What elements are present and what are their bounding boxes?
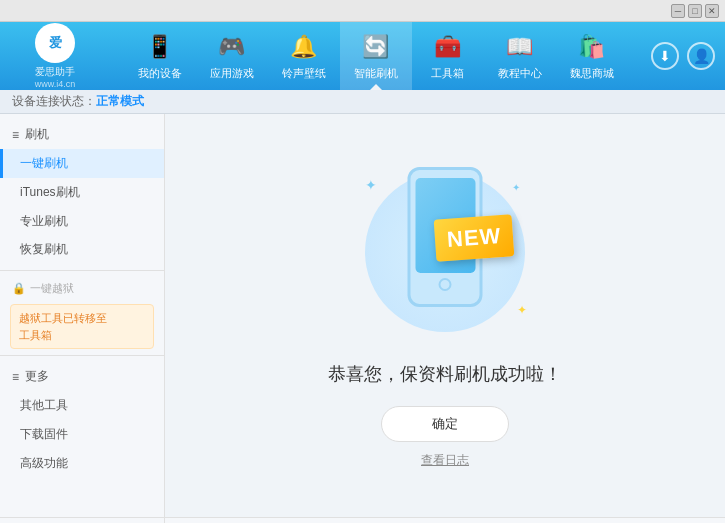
more-section-icon: ≡ xyxy=(12,370,19,384)
ringtones-icon: 🔔 xyxy=(289,32,319,62)
nav-items: 📱 我的设备 🎮 应用游戏 🔔 铃声壁纸 🔄 智能刷机 🧰 工具箱 📖 教程中心… xyxy=(100,22,651,90)
window-controls[interactable]: ─ □ ✕ xyxy=(671,4,719,18)
title-bar: ─ □ ✕ xyxy=(0,0,725,22)
sparkle-1: ✦ xyxy=(365,177,377,193)
device-status-bar: 设备连接状态： 正常模式 xyxy=(0,90,725,114)
tutorials-icon: 📖 xyxy=(505,32,535,62)
weisi-mall-icon: 🛍️ xyxy=(577,32,607,62)
apps-games-icon: 🎮 xyxy=(217,32,247,62)
toolbox-icon: 🧰 xyxy=(433,32,463,62)
nav-right-buttons: ⬇ 👤 xyxy=(651,42,715,70)
my-device-icon: 📱 xyxy=(145,32,175,62)
sidebar-item-other-tools[interactable]: 其他工具 xyxy=(0,391,164,420)
sidebar-bottom: ✓ 自动跳选 ✓ 跳过向导 📱 iPhone 12 mini 64GB Down… xyxy=(0,518,165,523)
logo-text: 爱 xyxy=(49,34,62,52)
content-area: NEW ✦ ✦ ✦ 恭喜您，保资料刷机成功啦！ 确定 查看日志 xyxy=(165,114,725,517)
maximize-button[interactable]: □ xyxy=(688,4,702,18)
smart-shop-icon: 🔄 xyxy=(361,32,391,62)
nav-smart-shop[interactable]: 🔄 智能刷机 xyxy=(340,22,412,90)
close-button[interactable]: ✕ xyxy=(705,4,719,18)
new-badge: NEW xyxy=(434,214,515,261)
daily-log-link[interactable]: 查看日志 xyxy=(421,452,469,469)
confirm-button[interactable]: 确定 xyxy=(381,406,509,442)
sidebar-item-advanced[interactable]: 高级功能 xyxy=(0,449,164,478)
account-button[interactable]: 👤 xyxy=(687,42,715,70)
lock-icon: 🔒 xyxy=(12,282,26,295)
bottom-device-section: ✓ 自动跳选 ✓ 跳过向导 📱 iPhone 12 mini 64GB Down… xyxy=(0,517,725,523)
nav-tutorials[interactable]: 📖 教程中心 xyxy=(484,22,556,90)
success-message: 恭喜您，保资料刷机成功啦！ xyxy=(328,362,562,386)
phone-home-button xyxy=(439,278,452,291)
sidebar-item-pro-flash[interactable]: 专业刷机 xyxy=(0,207,164,236)
sidebar-section-jailbreak: 🔒 一键越狱 xyxy=(0,277,164,300)
sidebar-item-itunes-flash[interactable]: iTunes刷机 xyxy=(0,178,164,207)
flash-section-icon: ≡ xyxy=(12,128,19,142)
sparkle-2: ✦ xyxy=(512,182,520,193)
logo-icon: 爱 xyxy=(35,23,75,63)
nav-my-device[interactable]: 📱 我的设备 xyxy=(124,22,196,90)
sidebar-item-download-firmware[interactable]: 下载固件 xyxy=(0,420,164,449)
sidebar: ≡ 刷机 一键刷机 iTunes刷机 专业刷机 恢复刷机 🔒 一键越狱 越狱工具… xyxy=(0,114,165,517)
nav-apps-games[interactable]: 🎮 应用游戏 xyxy=(196,22,268,90)
success-illustration: NEW ✦ ✦ ✦ xyxy=(345,162,545,342)
logo-area: 爱 爱思助手 www.i4.cn xyxy=(10,23,100,89)
bottom-right-empty xyxy=(165,518,725,523)
sidebar-divider-2 xyxy=(0,355,164,356)
top-nav: 爱 爱思助手 www.i4.cn 📱 我的设备 🎮 应用游戏 🔔 铃声壁纸 🔄 … xyxy=(0,22,725,90)
nav-weisi-mall[interactable]: 🛍️ 魏思商城 xyxy=(556,22,628,90)
sidebar-item-restore-flash[interactable]: 恢复刷机 xyxy=(0,235,164,264)
sidebar-divider-1 xyxy=(0,270,164,271)
sidebar-jailbreak-note: 越狱工具已转移至工具箱 xyxy=(10,304,154,349)
minimize-button[interactable]: ─ xyxy=(671,4,685,18)
nav-ringtones[interactable]: 🔔 铃声壁纸 xyxy=(268,22,340,90)
nav-toolbox[interactable]: 🧰 工具箱 xyxy=(412,22,484,90)
sparkle-3: ✦ xyxy=(517,303,527,317)
sidebar-item-one-click-flash[interactable]: 一键刷机 xyxy=(0,149,164,178)
download-button[interactable]: ⬇ xyxy=(651,42,679,70)
main-area: ≡ 刷机 一键刷机 iTunes刷机 专业刷机 恢复刷机 🔒 一键越狱 越狱工具… xyxy=(0,114,725,517)
sidebar-section-flash: ≡ 刷机 xyxy=(0,120,164,149)
sidebar-section-more: ≡ 更多 xyxy=(0,362,164,391)
logo-subtitle: 爱思助手 www.i4.cn xyxy=(35,65,76,89)
